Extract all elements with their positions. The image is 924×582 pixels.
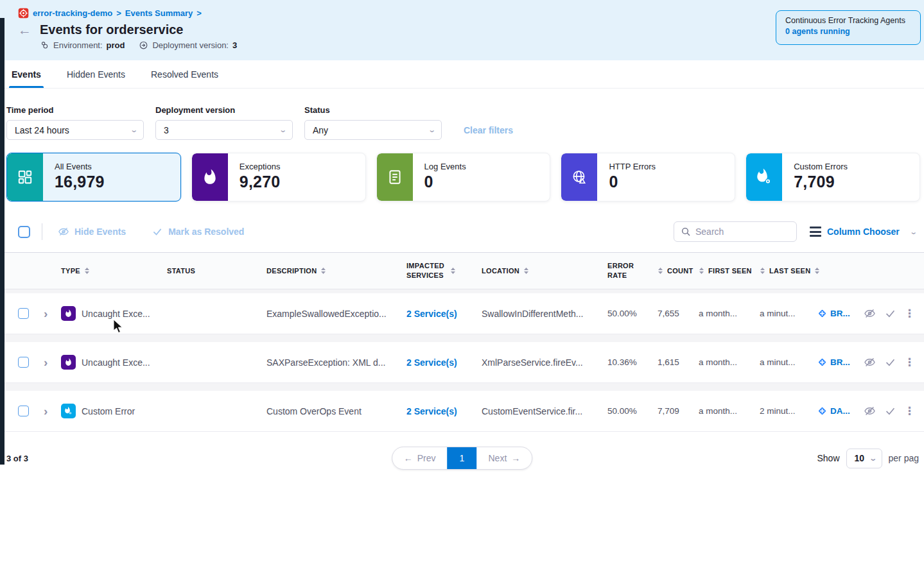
card-log-events[interactable]: Log Events 0 [376, 153, 551, 201]
card-value: 7,709 [794, 173, 848, 191]
flame-gear-icon [746, 153, 782, 201]
tab-events[interactable]: Events [12, 60, 41, 88]
eye-slash-icon [58, 226, 69, 237]
metric-cards: All Events 16,979 Exceptions 9,270 Log E… [0, 140, 924, 201]
agents-box-title: Continuous Error Tracking Agents [785, 16, 911, 25]
card-value: 9,270 [240, 173, 281, 191]
column-header-impacted-services[interactable]: IMPACTED SERVICES [406, 261, 474, 280]
ticket-key: BR... [830, 309, 850, 318]
card-all-events[interactable]: All Events 16,979 [6, 153, 181, 201]
event-description: SAXParseException: XML d... [266, 357, 406, 368]
ticket-key: BR... [830, 357, 850, 367]
tab-resolved-events[interactable]: Resolved Events [151, 60, 218, 88]
check-icon [152, 226, 163, 237]
arrow-right-icon: → [511, 453, 520, 463]
ticket-key: DA... [830, 406, 850, 416]
deployment-version-select[interactable]: 3 ⌄ [155, 120, 293, 140]
event-description: Custom OverOps Event [266, 406, 406, 416]
row-count-summary: 3 of 3 [6, 454, 28, 463]
sort-icon[interactable] [320, 267, 326, 275]
time-period-select[interactable]: Last 24 hours ⌄ [6, 120, 144, 140]
page-size-value: 10 [855, 453, 865, 463]
jira-ticket-link[interactable]: BR... [817, 309, 856, 318]
jira-ticket-link[interactable]: BR... [817, 357, 856, 367]
card-custom-errors[interactable]: Custom Errors 7,709 [745, 153, 920, 201]
sort-icon[interactable] [84, 267, 90, 275]
column-header-type[interactable]: TYPE [61, 267, 167, 275]
prev-page-button[interactable]: ← Prev [392, 447, 448, 469]
collapsed-sidebar-edge[interactable] [0, 18, 4, 465]
resolve-event-icon[interactable] [884, 307, 896, 320]
pagination-bar: 3 of 3 ← Prev 1 Next → Show 10 ⌄ per pag [0, 446, 924, 470]
error-tracking-target-icon [18, 8, 29, 19]
page-header: error-tracking-demo > Events Summary > ←… [0, 0, 924, 60]
mark-resolved-button[interactable]: Mark as Resolved [152, 226, 244, 237]
column-header-last-seen[interactable]: LAST SEEN [754, 267, 817, 275]
page-size-select[interactable]: 10 ⌄ [846, 449, 882, 468]
row-menu-icon[interactable]: ⋮ [904, 359, 915, 365]
chevron-right-icon[interactable]: › [40, 307, 61, 321]
sort-icon[interactable] [814, 267, 820, 275]
row-menu-icon[interactable]: ⋮ [904, 408, 915, 414]
status-select[interactable]: Any ⌄ [304, 120, 442, 140]
search-input-wrapper [674, 221, 797, 242]
chevron-right-icon[interactable]: › [40, 404, 61, 418]
event-type: Custom Error [82, 406, 135, 416]
resolve-event-icon[interactable] [884, 405, 896, 417]
environment-value: prod [107, 40, 125, 50]
chevron-down-icon: ⌄ [909, 228, 918, 236]
breadcrumb-page-link[interactable]: Events Summary [125, 8, 193, 18]
row-checkbox[interactable] [18, 406, 29, 416]
back-arrow-icon[interactable]: ← [18, 23, 33, 37]
select-all-checkbox[interactable] [18, 226, 30, 238]
impacted-services-link[interactable]: 2 Service(s) [406, 357, 457, 368]
hide-events-label: Hide Events [74, 227, 126, 237]
row-checkbox[interactable] [18, 357, 29, 368]
card-exceptions[interactable]: Exceptions 9,270 [191, 153, 366, 201]
hide-event-icon[interactable] [864, 405, 876, 417]
search-input[interactable] [695, 227, 785, 237]
column-chooser-label: Column Chooser [827, 227, 900, 237]
table-row[interactable]: › Uncaught Exce... ExampleSwallowedExcep… [0, 293, 924, 334]
agents-running-link[interactable]: 0 agents running [785, 27, 911, 36]
hide-event-icon[interactable] [864, 356, 876, 368]
next-page-button[interactable]: Next → [477, 447, 532, 469]
sort-icon[interactable] [523, 267, 529, 275]
table-row[interactable]: › Uncaught Exce... SAXParseException: XM… [0, 342, 924, 383]
column-header-first-seen[interactable]: FIRST SEEN [693, 267, 754, 275]
sort-icon[interactable] [760, 267, 765, 275]
impacted-services-link[interactable]: 2 Service(s) [406, 406, 457, 416]
time-period-label: Time period [6, 105, 144, 115]
chevron-right-icon[interactable]: › [40, 355, 61, 370]
column-header-count[interactable]: COUNT [650, 267, 693, 275]
card-http-errors[interactable]: HTTP Errors 0 [561, 153, 735, 201]
column-header-error-rate[interactable]: ERROR RATE [597, 261, 650, 280]
agents-box[interactable]: Continuous Error Tracking Agents 0 agent… [776, 10, 921, 45]
jira-ticket-link[interactable]: DA... [817, 406, 856, 416]
column-header-location[interactable]: LOCATION [474, 267, 597, 275]
environments-icon [40, 40, 49, 50]
resolve-event-icon[interactable] [884, 356, 896, 368]
deployment-icon [139, 40, 148, 50]
column-chooser-button[interactable]: Column Chooser ⌄ [810, 227, 916, 237]
sort-icon[interactable] [699, 267, 704, 275]
row-checkbox[interactable] [18, 308, 29, 319]
page-number-button[interactable]: 1 [448, 447, 477, 469]
card-label: Exceptions [240, 162, 281, 171]
sort-icon[interactable] [658, 267, 663, 275]
sort-icon[interactable] [450, 267, 456, 275]
tab-hidden-events[interactable]: Hidden Events [67, 60, 125, 88]
clear-filters-button[interactable]: Clear filters [464, 125, 513, 135]
hide-event-icon[interactable] [864, 307, 876, 320]
breadcrumb-separator: > [196, 8, 202, 18]
card-label: HTTP Errors [609, 162, 656, 171]
environment-meta: Environment: prod [40, 40, 125, 50]
hide-events-button[interactable]: Hide Events [58, 226, 126, 237]
column-header-description[interactable]: DESCRIPTION [266, 267, 406, 275]
row-menu-icon[interactable]: ⋮ [904, 311, 915, 316]
breadcrumb-project-link[interactable]: error-tracking-demo [33, 8, 112, 18]
error-rate: 10.36% [597, 357, 650, 367]
table-row[interactable]: › Custom Error Custom OverOps Event 2 Se… [0, 391, 924, 432]
impacted-services-link[interactable]: 2 Service(s) [406, 309, 457, 319]
events-page: error-tracking-demo > Events Summary > ←… [0, 0, 924, 582]
